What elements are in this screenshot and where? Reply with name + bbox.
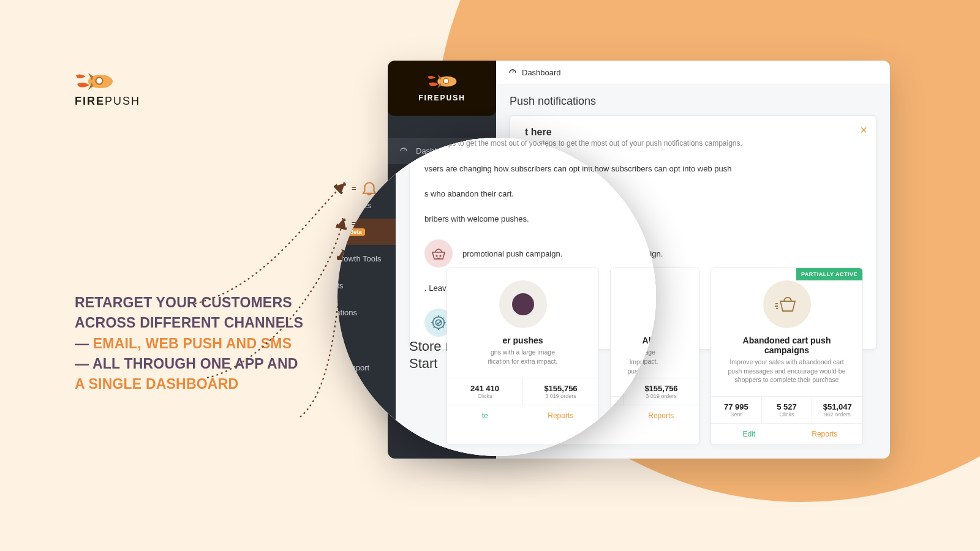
svg-point-28 [513,294,533,315]
edit-link[interactable]: te [447,405,523,426]
nav-label: SMS Growth Tools [337,254,381,263]
svg-point-25 [440,255,441,257]
cart-icon [763,280,811,328]
rocket-icon [426,73,458,90]
nav-settings[interactable]: Settings [337,326,396,354]
magnifier-lens: FIREPUSH DashboardPush notificationsSMS … [337,138,656,456]
status-tag: PARTIALLY ACTIVE [796,268,862,280]
card-title: t here [525,127,861,138]
reports-link[interactable]: Reports [523,405,599,426]
hero-push-icon [499,280,547,328]
dashboard-icon [399,146,409,156]
camp-card-2: PARTIALLY ACTIVE Abandoned cart push cam… [710,268,863,445]
card-subtitle: ese steps to get the most out of your pu… [525,139,861,148]
svg-point-24 [436,255,437,257]
basket-icon [424,239,453,268]
nav-label: Integrations [337,308,357,317]
reports-link[interactable]: Reports [624,405,699,426]
nav-sms-growth-tools[interactable]: SMS Growth Tools [337,245,396,272]
close-icon[interactable]: × [860,123,867,137]
nav-reports[interactable]: Reports [337,272,396,299]
camp-card-1: er pushes gns with a large image ificati… [447,268,599,445]
svg-point-6 [443,78,448,84]
edit-link[interactable]: Edit [711,424,787,444]
nav-label: Reports [337,281,344,290]
nav-integrations[interactable]: Integrations [337,299,396,326]
breadcrumb: Dashboard [496,61,890,85]
section-title: Push notifications [496,85,890,110]
reports-link[interactable]: Reports [787,424,863,444]
sidebar-logo: FIREPUSH [388,61,496,116]
dashboard-icon [508,68,517,77]
